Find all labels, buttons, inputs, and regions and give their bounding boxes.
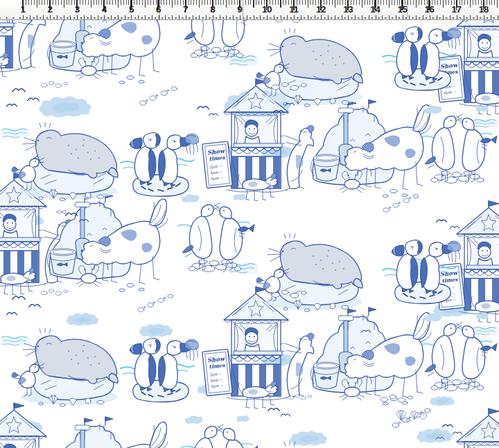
vbird-motif bbox=[453, 432, 462, 434]
ruler-number: 1 bbox=[15, 4, 31, 15]
vbird-motif bbox=[12, 89, 25, 91]
ruler-number: 4 bbox=[96, 4, 112, 15]
ruler-number: 8 bbox=[204, 4, 221, 15]
fish-motif bbox=[57, 210, 66, 214]
gulls-scene-motif bbox=[178, 194, 254, 272]
ruler-number: 13 bbox=[340, 4, 356, 15]
water-motif bbox=[1, 337, 29, 346]
cloud-motif bbox=[417, 429, 453, 443]
gulls-scene-motif bbox=[182, 415, 258, 448]
ruler-number: 12 bbox=[313, 4, 329, 15]
water-motif bbox=[473, 328, 498, 335]
cloud-motif bbox=[67, 313, 99, 326]
ruler-number: 9 bbox=[231, 4, 248, 15]
vbird-motif bbox=[281, 414, 290, 416]
vbird-motif bbox=[29, 305, 41, 307]
ruler-numbers: 123456789101112131415161718 bbox=[0, 0, 499, 19]
ruler-number: 5 bbox=[123, 4, 139, 15]
ruler-number: 2 bbox=[42, 4, 58, 15]
pebbles-motif bbox=[41, 82, 67, 87]
gulls-scene-motif bbox=[421, 313, 497, 391]
ruler-number: 3 bbox=[69, 4, 85, 15]
seal-scene-motif bbox=[256, 28, 363, 107]
vbird-motif bbox=[28, 98, 40, 101]
vbird-motif bbox=[7, 104, 17, 106]
ruler-number: 15 bbox=[394, 4, 410, 15]
seal-scene-motif bbox=[256, 233, 363, 312]
puffins-scene-motif bbox=[121, 133, 199, 197]
gulls-scene-motif bbox=[421, 105, 497, 183]
water-motif bbox=[1, 129, 29, 138]
vbird-motif bbox=[12, 296, 25, 299]
fabric-pattern bbox=[0, 0, 499, 448]
vbird-motif bbox=[209, 114, 218, 116]
pebbles-motif bbox=[41, 289, 67, 295]
ruler-number: 14 bbox=[367, 4, 383, 15]
ruler-number: 16 bbox=[421, 4, 438, 15]
ruler-number: 17 bbox=[448, 4, 465, 15]
vbird-motif bbox=[268, 409, 280, 411]
vbird-motif bbox=[443, 424, 453, 427]
vbird-motif bbox=[437, 219, 447, 222]
pawtrail-motif bbox=[383, 195, 419, 212]
ruler-number: 18 bbox=[475, 4, 492, 15]
vbird-motif bbox=[7, 312, 17, 314]
vbird-motif bbox=[450, 226, 459, 229]
sandcastle-scene-motif bbox=[47, 194, 168, 292]
puffins-scene-motif bbox=[121, 339, 199, 402]
vbird-motif bbox=[198, 107, 209, 109]
pawtrail-motif bbox=[138, 294, 173, 312]
ruler-number: 10 bbox=[259, 4, 275, 15]
fabric-swatch: Show times 2pm ~ 4pm ~ 6pm ~ bbox=[0, 0, 499, 448]
cloud-motif bbox=[290, 431, 327, 446]
cloud-motif bbox=[430, 396, 455, 406]
sandcastle-scene-motif bbox=[310, 307, 431, 405]
sandcastle-scene-motif bbox=[47, 417, 168, 448]
hut-scene-motif bbox=[435, 409, 499, 448]
sandcastle-scene-motif bbox=[310, 100, 431, 197]
ruler-number: 7 bbox=[177, 4, 194, 15]
cloud-motif bbox=[139, 323, 173, 337]
measuring-ruler: 123456789101112131415161718 bbox=[0, 0, 499, 20]
ruler-number: 6 bbox=[150, 4, 167, 15]
pawtrail-motif bbox=[140, 87, 177, 105]
water-motif bbox=[473, 120, 498, 127]
cloud-motif bbox=[39, 96, 91, 117]
ruler-number: 11 bbox=[286, 4, 302, 15]
water-motif bbox=[229, 56, 259, 66]
hut-scene-motif bbox=[435, 201, 499, 323]
